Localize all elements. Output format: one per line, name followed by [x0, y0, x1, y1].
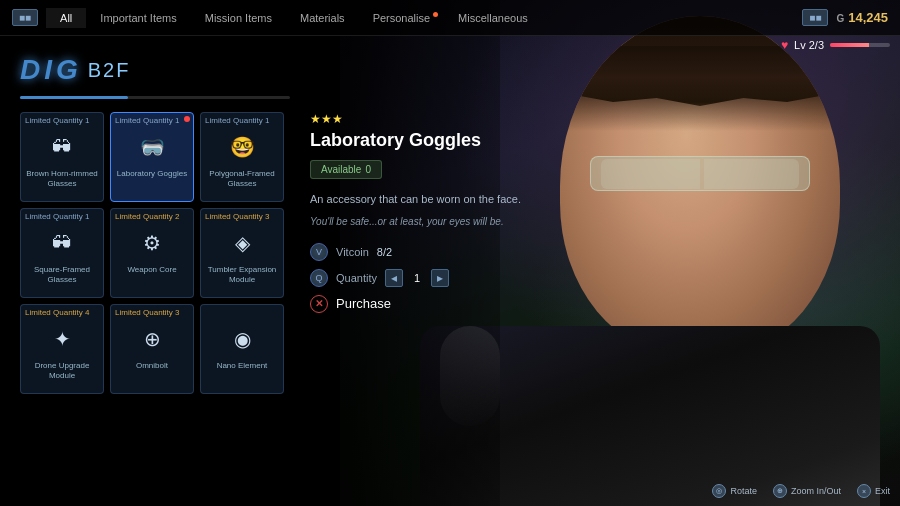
item-stars: ★★★ [310, 112, 530, 126]
available-value: 0 [365, 164, 371, 175]
item-description: An accessory that can be worn on the fac… [310, 191, 530, 208]
gold-amount: 14,245 [848, 10, 888, 25]
character-goggles [590, 156, 810, 191]
vitcoin-icon: V [310, 243, 328, 261]
progress-bar-fill [20, 96, 128, 99]
nav-tabs: All Important Items Mission Items Materi… [46, 8, 802, 28]
exit-icon: × [857, 484, 871, 498]
item-card-drone[interactable]: Limited Quantity 4 ✦ Drone Upgrade Modul… [20, 304, 104, 394]
item-name-nano: Nano Element [217, 361, 268, 371]
level-text: Lv 2/3 [794, 39, 824, 51]
top-navigation: ■■ All Important Items Mission Items Mat… [0, 0, 900, 36]
available-badge: Available 0 [310, 160, 382, 179]
quantity-controls: ◂ 1 ▸ [385, 269, 449, 287]
detail-panel: ★★★ Laboratory Goggles Available 0 An ac… [310, 112, 530, 313]
weapon-core-icon: ⚙ [130, 225, 174, 261]
bottom-controls: ◎ Rotate ⊕ Zoom In/Out × Exit [712, 484, 890, 498]
level-progress-bar [830, 43, 890, 47]
exit-hint: × Exit [857, 484, 890, 498]
item-card-poly-glasses[interactable]: Limited Quantity 1 🤓 Polygonal-Framed Gl… [200, 112, 284, 202]
gold-display: G14,245 [836, 10, 888, 25]
lab-goggles-icon: 🥽 [130, 129, 174, 165]
quantity-icon: Q [310, 269, 328, 287]
level-progress-fill [830, 43, 869, 47]
item-name-drone: Drone Upgrade Module [25, 361, 99, 380]
items-grid: Limited Quantity 1 🕶 Brown Horn-rimmed G… [20, 112, 284, 394]
item-limit-badge: Limited Quantity 3 [205, 212, 269, 221]
item-limit-badge: Limited Quantity 4 [25, 308, 89, 317]
purchase-row[interactable]: ✕ Purchase [310, 295, 530, 313]
tab-mission-items[interactable]: Mission Items [191, 8, 286, 28]
purchase-icon: ✕ [310, 295, 328, 313]
item-name-weapon-core: Weapon Core [127, 265, 176, 275]
shop-floor: B2F [88, 59, 131, 82]
progress-bar-container [20, 96, 290, 99]
item-detail-title: Laboratory Goggles [310, 130, 530, 151]
poly-glasses-icon: 🤓 [220, 129, 264, 165]
item-name-lab-goggles: Laboratory Goggles [117, 169, 187, 179]
item-name-tumbler: Tumbler Expansion Module [205, 265, 279, 284]
personalise-dot [433, 12, 438, 17]
zoom-icon: ⊕ [773, 484, 787, 498]
tab-miscellaneous[interactable]: Miscellaneous [444, 8, 542, 28]
item-flavor-text: You'll be safe...or at least, your eyes … [310, 216, 530, 227]
item-limit-badge: Limited Quantity 2 [115, 212, 179, 221]
quantity-stat-row: Q Quantity ◂ 1 ▸ [310, 269, 530, 287]
item-card-tumbler[interactable]: Limited Quantity 3 ◈ Tumbler Expansion M… [200, 208, 284, 298]
zoom-hint: ⊕ Zoom In/Out [773, 484, 841, 498]
vitcoin-stat-row: V Vitcoin 8/2 [310, 243, 530, 261]
item-card-lab-goggles[interactable]: Limited Quantity 1 🥽 Laboratory Goggles [110, 112, 194, 202]
progress-bar-track [20, 96, 290, 99]
quantity-label: Quantity [336, 272, 377, 284]
purchase-x-symbol: ✕ [315, 298, 323, 309]
item-name-poly-glasses: Polygonal-Framed Glasses [205, 169, 279, 188]
rotate-label: Rotate [730, 486, 757, 496]
item-limit-badge: Limited Quantity 1 [115, 116, 179, 125]
nano-icon: ◉ [220, 321, 264, 357]
item-limit-badge: Limited Quantity 1 [25, 212, 89, 221]
heart-icon: ♥ [781, 38, 788, 52]
purchase-button[interactable]: Purchase [336, 296, 391, 311]
tumbler-icon: ◈ [220, 225, 264, 261]
zoom-label: Zoom In/Out [791, 486, 841, 496]
item-name-brown-glasses: Brown Horn-rimmed Glasses [25, 169, 99, 188]
item-name-omnibolt: Omnibolt [136, 361, 168, 371]
nav-badge-right: ■■ [802, 9, 828, 26]
shop-name: DIG [20, 54, 82, 86]
item-limit-badge: Limited Quantity 1 [25, 116, 89, 125]
quantity-decrease-button[interactable]: ◂ [385, 269, 403, 287]
gold-label: G [836, 13, 844, 24]
available-label: Available [321, 164, 361, 175]
nav-badge-left: ■■ [12, 9, 38, 26]
quantity-increase-button[interactable]: ▸ [431, 269, 449, 287]
item-card-nano[interactable]: ◉ Nano Element [200, 304, 284, 394]
omnibolt-icon: ⊕ [130, 321, 174, 357]
tab-personalise[interactable]: Personalise [359, 8, 444, 28]
tab-materials[interactable]: Materials [286, 8, 359, 28]
character-face [560, 16, 840, 356]
rotate-hint: ◎ Rotate [712, 484, 757, 498]
vitcoin-value: 8/2 [377, 246, 392, 258]
vitcoin-label: Vitcoin [336, 246, 369, 258]
item-limit-badge: Limited Quantity 1 [205, 116, 269, 125]
item-card-brown-glasses[interactable]: Limited Quantity 1 🕶 Brown Horn-rimmed G… [20, 112, 104, 202]
brown-glasses-icon: 🕶 [40, 129, 84, 165]
tab-all[interactable]: All [46, 8, 86, 28]
exit-label: Exit [875, 486, 890, 496]
item-card-sq-glasses[interactable]: Limited Quantity 1 🕶 Square-Framed Glass… [20, 208, 104, 298]
item-card-weapon-core[interactable]: Limited Quantity 2 ⚙ Weapon Core [110, 208, 194, 298]
item-limit-badge: Limited Quantity 3 [115, 308, 179, 317]
sq-glasses-icon: 🕶 [40, 225, 84, 261]
rotate-icon: ◎ [712, 484, 726, 498]
level-bar: ♥ Lv 2/3 [781, 38, 890, 52]
shop-title-display: DIG B2F [20, 54, 290, 86]
drone-icon: ✦ [40, 321, 84, 357]
tab-important-items[interactable]: Important Items [86, 8, 190, 28]
item-name-sq-glasses: Square-Framed Glasses [25, 265, 99, 284]
quantity-value: 1 [409, 272, 425, 284]
item-card-omnibolt[interactable]: Limited Quantity 3 ⊕ Omnibolt [110, 304, 194, 394]
